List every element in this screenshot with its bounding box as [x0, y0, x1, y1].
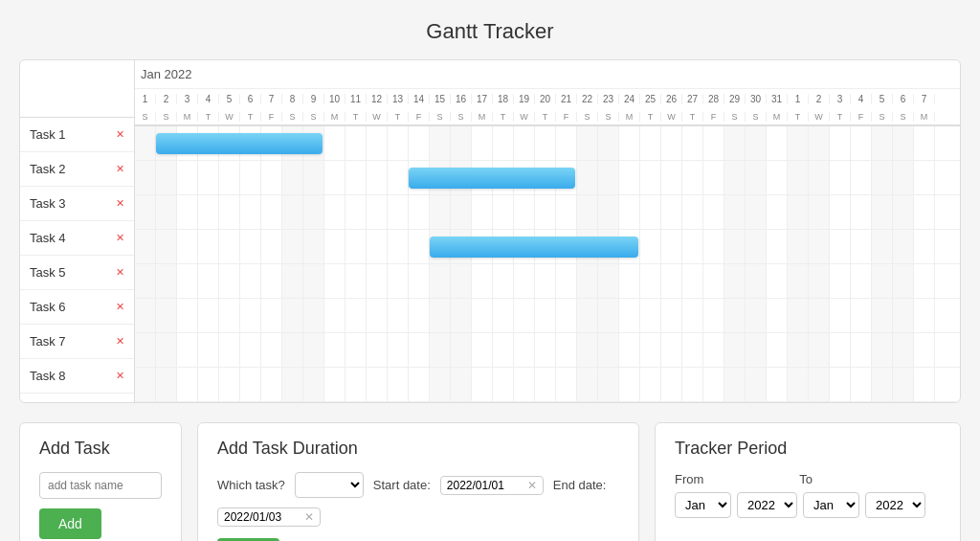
gantt-cell — [724, 195, 746, 229]
gantt-cell — [198, 161, 219, 194]
task-delete-icon[interactable]: ✕ — [116, 232, 124, 244]
gantt-cell — [135, 230, 156, 263]
day-cell: 5 — [219, 94, 240, 104]
gantt-cell — [388, 299, 409, 332]
task-delete-icon[interactable]: ✕ — [116, 128, 124, 141]
gantt-cell — [430, 299, 451, 332]
weekday-cell: T — [345, 112, 367, 122]
task-select[interactable]: Task 1Task 2Task 3Task 4Task 5Task 6Task… — [295, 472, 364, 498]
start-date-clear-icon[interactable]: ✕ — [527, 479, 537, 492]
task-delete-icon[interactable]: ✕ — [116, 266, 124, 279]
gantt-cell — [809, 126, 830, 160]
day-cell: 3 — [177, 94, 198, 104]
gantt-cell — [430, 264, 451, 298]
gantt-cell — [324, 195, 345, 229]
gantt-task-rows — [135, 126, 960, 402]
gantt-cell — [893, 195, 914, 229]
task-delete-icon[interactable]: ✕ — [116, 370, 124, 382]
weekday-cell: F — [409, 112, 430, 122]
tracker-period-panel: Tracker Period From To JanFebMarAprMayJu… — [655, 422, 961, 541]
task-delete-icon[interactable]: ✕ — [116, 163, 124, 175]
start-date-wrap: ✕ — [440, 476, 544, 495]
day-cell: 20 — [535, 94, 556, 104]
task-delete-icon[interactable]: ✕ — [116, 197, 124, 210]
end-date-input[interactable] — [224, 510, 301, 524]
to-month-select[interactable]: JanFebMarAprMayJunJulAugSepOctNovDec — [803, 492, 859, 518]
add-task-panel: Add Task Add — [19, 422, 182, 541]
gantt-cell — [577, 161, 598, 194]
task-label-header — [20, 60, 134, 118]
day-cell: 4 — [198, 94, 219, 104]
add-task-button[interactable]: Add — [39, 508, 101, 539]
gantt-cell — [409, 299, 430, 332]
gantt-cell — [724, 161, 746, 194]
gantt-cell — [345, 299, 367, 332]
gantt-cell — [661, 368, 682, 401]
task-delete-icon[interactable]: ✕ — [116, 335, 124, 348]
gantt-cell — [767, 230, 788, 263]
weekday-cell: S — [724, 112, 746, 122]
gantt-cell — [261, 195, 282, 229]
from-year-select[interactable]: 20202021202220232024 — [737, 492, 797, 518]
tracker-period-title: Tracker Period — [675, 439, 941, 459]
gantt-cell — [430, 126, 451, 160]
day-cell: 25 — [640, 94, 661, 104]
gantt-row — [135, 264, 960, 299]
from-month-select[interactable]: JanFebMarAprMayJunJulAugSepOctNovDec — [675, 492, 731, 518]
task-delete-icon[interactable]: ✕ — [116, 301, 124, 313]
gantt-cell — [367, 230, 388, 263]
weekday-cell: M — [914, 112, 935, 122]
gantt-cell — [703, 264, 724, 298]
start-date-input[interactable] — [447, 479, 523, 492]
gantt-cell — [724, 126, 746, 160]
gantt-cell — [598, 126, 619, 160]
end-date-label: End date: — [553, 478, 607, 492]
gantt-cell — [409, 368, 430, 401]
gantt-cell — [682, 230, 703, 263]
gantt-cell — [767, 195, 788, 229]
gantt-cell — [703, 161, 724, 194]
day-cell: 6 — [893, 94, 914, 104]
gantt-cell — [661, 333, 682, 367]
gantt-cell — [535, 333, 556, 367]
to-year-select[interactable]: 20202021202220232024 — [865, 492, 925, 518]
gantt-cell — [746, 195, 767, 229]
gantt-cell — [788, 333, 809, 367]
day-cell: 15 — [430, 94, 451, 104]
gantt-cell — [893, 161, 914, 194]
day-cell: 24 — [619, 94, 640, 104]
end-date-clear-icon[interactable]: ✕ — [304, 510, 314, 524]
gantt-cell — [724, 264, 746, 298]
gantt-cell — [156, 368, 177, 401]
task-name: Task 1 — [30, 127, 66, 142]
day-cell: 18 — [493, 94, 514, 104]
gantt-cell — [282, 264, 303, 298]
gantt-bar — [156, 133, 323, 154]
weekday-cell: T — [830, 112, 851, 122]
add-task-input[interactable] — [39, 472, 162, 499]
gantt-cell — [809, 299, 830, 332]
gantt-cell — [324, 264, 345, 298]
gantt-cell — [451, 333, 472, 367]
weekday-cell: W — [661, 112, 682, 122]
add-task-title: Add Task — [39, 439, 162, 459]
gantt-cell — [177, 161, 198, 194]
day-cell: 27 — [682, 94, 703, 104]
gantt-cell — [851, 126, 872, 160]
day-cell: 7 — [914, 94, 935, 104]
gantt-cell — [809, 195, 830, 229]
gantt-cell — [556, 368, 577, 401]
gantt-cell — [409, 264, 430, 298]
gantt-cell — [830, 368, 851, 401]
task-labels-column: Task 1✕Task 2✕Task 3✕Task 4✕Task 5✕Task … — [20, 60, 135, 402]
gantt-cell — [388, 195, 409, 229]
task-label-row: Task 4✕ — [20, 221, 134, 256]
weekday-cell: T — [240, 112, 261, 122]
task-label-row: Task 5✕ — [20, 256, 134, 290]
task-name: Task 4 — [30, 231, 66, 245]
day-cell: 17 — [472, 94, 493, 104]
gantt-cell — [809, 230, 830, 263]
gantt-cell — [746, 230, 767, 263]
gantt-cell — [724, 230, 746, 263]
gantt-cell — [177, 195, 198, 229]
